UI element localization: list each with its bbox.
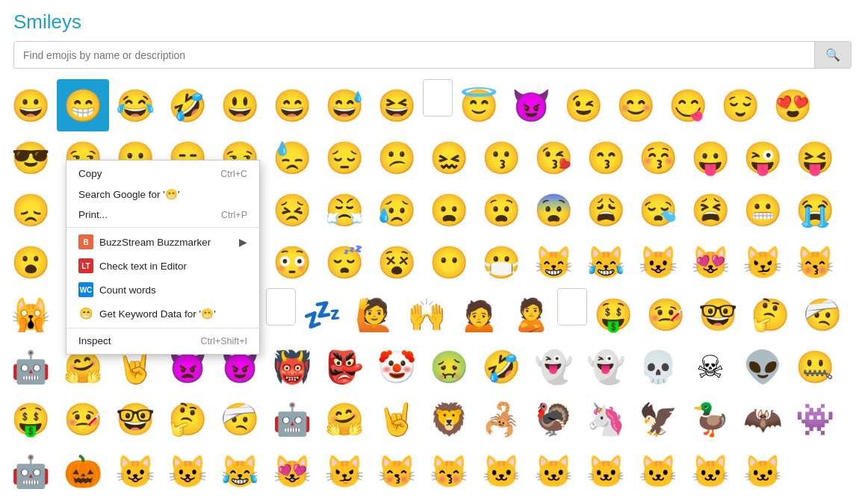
cm-print[interactable]: Print... Ctrl+P — [66, 205, 259, 225]
emoji-cell[interactable]: 👻 — [527, 340, 580, 393]
emoji-cell[interactable]: 😪 — [632, 184, 684, 236]
emoji-cell[interactable]: 🦃 — [527, 393, 580, 445]
emoji-cell[interactable] — [423, 79, 453, 116]
emoji-cell[interactable]: 🤔 — [744, 288, 796, 340]
cm-search-google[interactable]: Search Google for '😁' — [66, 184, 259, 205]
emoji-cell[interactable]: 🎃 — [57, 445, 109, 497]
emoji-cell[interactable]: 🐱 — [737, 445, 789, 497]
emoji-cell[interactable]: 🤗 — [318, 393, 371, 445]
emoji-cell[interactable]: 🐱 — [632, 445, 684, 497]
emoji-cell[interactable]: 😺 — [161, 445, 214, 497]
emoji-cell[interactable]: 🦄 — [580, 393, 632, 445]
emoji-cell[interactable]: 🦇 — [737, 393, 789, 445]
emoji-cell[interactable]: 😴 — [318, 236, 371, 288]
emoji-cell[interactable]: 🤔 — [161, 393, 214, 445]
emoji-cell[interactable]: 👺 — [318, 340, 371, 393]
emoji-cell[interactable]: 😬 — [737, 184, 789, 236]
emoji-cell[interactable]: 😹 — [214, 445, 266, 497]
emoji-cell[interactable]: 🤣 — [475, 340, 527, 393]
emoji-cell[interactable]: 🤓 — [692, 288, 744, 340]
emoji-cell[interactable]: 😔 — [318, 131, 371, 184]
emoji-cell[interactable]: 👾 — [789, 393, 841, 445]
emoji-cell[interactable]: 🐱 — [527, 445, 580, 497]
emoji-cell[interactable]: 😃 — [214, 79, 266, 131]
emoji-cell[interactable]: 😍 — [766, 79, 819, 131]
emoji-cell[interactable]: 😺 — [632, 236, 684, 288]
emoji-cell[interactable]: 😎 — [4, 131, 57, 184]
emoji-cell[interactable]: 🤖 — [266, 393, 318, 445]
emoji-cell[interactable]: 🤒 — [639, 288, 692, 340]
emoji-cell[interactable]: 😚 — [632, 131, 684, 184]
emoji-cell[interactable]: 😷 — [475, 236, 527, 288]
emoji-cell[interactable]: 🙎 — [505, 288, 557, 340]
emoji-cell[interactable]: 🦂 — [475, 393, 527, 445]
emoji-cell[interactable]: 😜 — [737, 131, 789, 184]
emoji-cell[interactable]: 😞 — [4, 184, 57, 236]
emoji-cell[interactable]: 😻 — [266, 445, 318, 497]
emoji-cell[interactable]: 😖 — [423, 131, 475, 184]
emoji-cell[interactable]: 🤓 — [109, 393, 161, 445]
emoji-cell[interactable]: 🦆 — [684, 393, 737, 445]
emoji-cell[interactable]: 🤖 — [4, 445, 57, 497]
emoji-cell[interactable]: 😽 — [423, 445, 475, 497]
emoji-cell[interactable]: 😼 — [737, 236, 789, 288]
emoji-cell[interactable] — [557, 288, 587, 326]
emoji-cell[interactable]: 😈 — [505, 79, 557, 131]
emoji-cell[interactable]: 💀 — [632, 340, 684, 393]
emoji-cell[interactable]: ☠ — [684, 340, 737, 393]
emoji-cell[interactable]: 😛 — [684, 131, 737, 184]
emoji-cell[interactable]: 😘 — [527, 131, 580, 184]
emoji-cell[interactable]: 😨 — [527, 184, 580, 236]
emoji-cell[interactable]: 😦 — [423, 184, 475, 236]
emoji-cell[interactable]: 😕 — [371, 131, 423, 184]
emoji-cell[interactable] — [266, 288, 296, 326]
emoji-cell[interactable]: 😻 — [684, 236, 737, 288]
emoji-cell[interactable]: 🦁 — [423, 393, 475, 445]
emoji-cell[interactable]: 😙 — [580, 131, 632, 184]
emoji-cell[interactable]: 😁 — [57, 79, 109, 131]
emoji-cell[interactable]: 🤐 — [789, 340, 841, 393]
emoji-cell[interactable]: 😓 — [266, 131, 318, 184]
emoji-cell[interactable]: 😭 — [789, 184, 841, 236]
emoji-cell[interactable]: 🙍 — [453, 288, 505, 340]
emoji-cell[interactable]: 😋 — [662, 79, 714, 131]
emoji-cell[interactable]: 😝 — [789, 131, 841, 184]
cm-buzzmarker[interactable]: B BuzzStream Buzzmarker ▶ — [66, 230, 259, 254]
emoji-cell[interactable]: 🤣 — [161, 79, 214, 131]
emoji-cell[interactable]: 🤘 — [371, 393, 423, 445]
emoji-cell[interactable]: 😄 — [266, 79, 318, 131]
emoji-cell[interactable]: 🤢 — [423, 340, 475, 393]
emoji-cell[interactable]: 😗 — [475, 131, 527, 184]
emoji-cell[interactable]: 👽 — [737, 340, 789, 393]
emoji-cell[interactable]: 🙀 — [4, 288, 57, 340]
emoji-cell[interactable]: 😽 — [371, 445, 423, 497]
emoji-cell[interactable]: 🐱 — [684, 445, 737, 497]
emoji-cell[interactable]: 😳 — [266, 236, 318, 288]
emoji-cell[interactable]: 🤡 — [371, 340, 423, 393]
emoji-cell[interactable]: 😩 — [580, 184, 632, 236]
emoji-cell[interactable]: 😹 — [580, 236, 632, 288]
emoji-cell[interactable]: 👻 — [580, 340, 632, 393]
emoji-cell[interactable]: 😸 — [527, 236, 580, 288]
emoji-cell[interactable]: 😮 — [4, 236, 57, 288]
emoji-cell[interactable]: 😉 — [557, 79, 610, 131]
emoji-cell[interactable]: 🤖 — [4, 340, 57, 393]
emoji-cell[interactable]: 😊 — [610, 79, 662, 131]
cm-keyword-data[interactable]: 😁 Get Keyword Data for '😁' — [66, 302, 259, 326]
emoji-cell[interactable]: 🙌 — [400, 288, 453, 340]
emoji-cell[interactable]: 😺 — [109, 445, 161, 497]
emoji-cell[interactable]: 😂 — [109, 79, 161, 131]
emoji-cell[interactable]: 😀 — [4, 79, 57, 131]
search-button[interactable]: 🔍 — [814, 42, 851, 68]
cm-copy[interactable]: Copy Ctrl+C — [66, 164, 259, 184]
emoji-cell[interactable]: 🦅 — [632, 393, 684, 445]
emoji-cell[interactable]: 🙋 — [348, 288, 400, 340]
emoji-cell[interactable]: 😣 — [266, 184, 318, 236]
cm-check-text[interactable]: LT Check text in Editor — [66, 254, 259, 278]
emoji-cell[interactable]: 👹 — [266, 340, 318, 393]
emoji-cell[interactable]: 🐱 — [580, 445, 632, 497]
emoji-cell[interactable]: 😽 — [789, 236, 841, 288]
emoji-cell[interactable]: 😅 — [318, 79, 371, 131]
emoji-cell[interactable]: 🤕 — [796, 288, 849, 340]
emoji-cell[interactable]: 🤑 — [587, 288, 639, 340]
